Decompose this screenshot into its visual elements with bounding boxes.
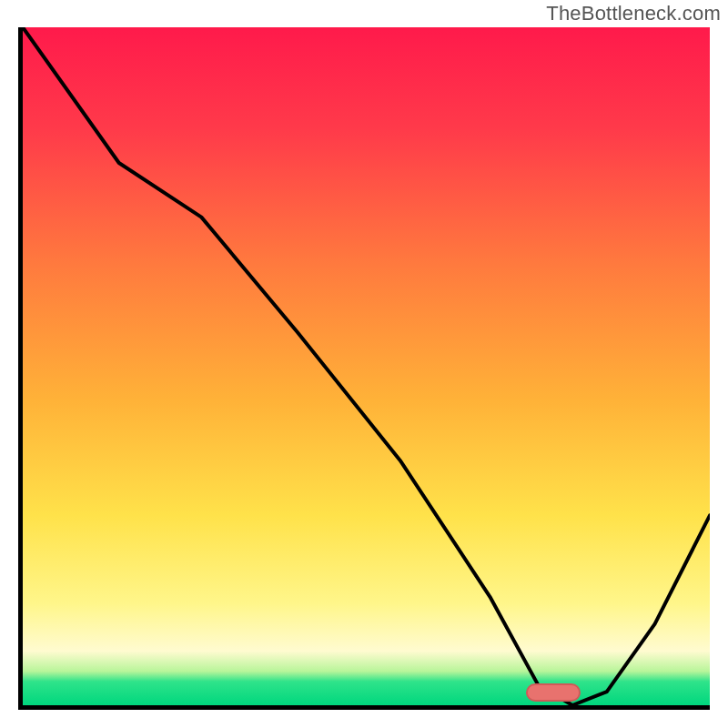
- optimal-marker: [526, 683, 581, 702]
- watermark-text: TheBottleneck.com: [546, 2, 721, 25]
- background-gradient: [23, 27, 710, 705]
- chart-container: TheBottleneck.com: [0, 0, 728, 728]
- plot-axes: [18, 27, 710, 710]
